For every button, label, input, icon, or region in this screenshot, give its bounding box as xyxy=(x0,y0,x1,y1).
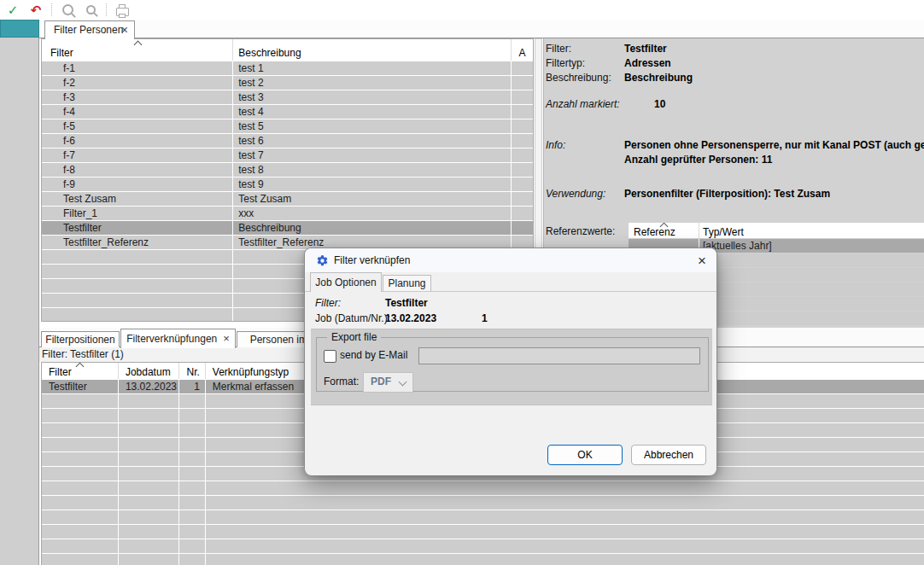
table-cell xyxy=(179,438,206,451)
print-button[interactable] xyxy=(114,3,130,18)
table-cell xyxy=(179,394,206,408)
teal-accent-block[interactable] xyxy=(0,20,39,38)
table-cell xyxy=(512,178,533,191)
table-cell xyxy=(119,438,179,451)
table-cell xyxy=(42,308,233,322)
close-icon[interactable]: × xyxy=(121,21,128,39)
table-cell xyxy=(179,525,206,539)
dialog-title: Filter verknüpfen xyxy=(334,248,410,272)
table-cell: f-3 xyxy=(42,90,233,104)
table-cell xyxy=(512,76,533,90)
table-cell xyxy=(206,496,924,510)
undo-icon: ↶ xyxy=(31,3,42,18)
close-icon[interactable]: × xyxy=(698,250,706,272)
table-cell: test 9 xyxy=(233,178,512,191)
table-row[interactable]: TestfilterBeschreibung xyxy=(42,221,533,235)
table-row[interactable]: Test ZusamTest Zusam xyxy=(42,192,533,206)
table-cell: [aktuelles Jahr] xyxy=(699,239,924,253)
column-header-a[interactable]: A xyxy=(512,39,533,61)
table-cell: Filter_1 xyxy=(42,207,233,220)
toolbar: ✓ ↶ xyxy=(0,0,924,20)
column-header-beschreibung[interactable]: Beschreibung xyxy=(233,39,512,61)
table-row[interactable]: f-7test 7 xyxy=(42,149,533,162)
detail-value: Personen ohne Personensperre, nur mit Ka… xyxy=(624,139,924,151)
filter-verknuepfen-dialog: Filter verknüpfen × Job Optionen Planung… xyxy=(304,248,717,475)
empty-row xyxy=(42,496,924,510)
table-cell xyxy=(699,297,924,311)
dialog-tab-job-optionen[interactable]: Job Optionen xyxy=(310,272,382,292)
confirm-button[interactable]: ✓ xyxy=(5,3,20,18)
tab-filter-personen[interactable]: Filter Personen × xyxy=(44,20,135,39)
table-cell xyxy=(179,452,206,466)
top-tab-strip xyxy=(39,20,924,38)
zoom-in-button[interactable] xyxy=(60,3,75,18)
table-cell xyxy=(512,90,533,104)
chevron-down-icon xyxy=(399,378,407,387)
dialog-filter-value: Testfilter xyxy=(385,297,428,309)
table-cell xyxy=(512,149,533,162)
table-cell xyxy=(42,409,119,422)
format-select[interactable]: PDF xyxy=(363,372,413,393)
tab-label: Filter Personen xyxy=(54,24,123,36)
table-cell: f-6 xyxy=(42,134,233,148)
column-header-nr[interactable]: Nr. xyxy=(179,363,206,379)
table-cell: test 7 xyxy=(233,149,512,162)
send-by-email-checkbox[interactable] xyxy=(324,350,336,363)
table-row[interactable]: f-5test 5 xyxy=(42,119,533,133)
close-icon[interactable]: × xyxy=(223,332,230,345)
table-cell: Testfilter xyxy=(42,380,119,393)
table-cell: Test Zusam xyxy=(233,192,512,206)
table-cell: test 5 xyxy=(233,119,512,133)
undo-button[interactable]: ↶ xyxy=(28,3,44,18)
dialog-titlebar[interactable]: Filter verknüpfen × xyxy=(305,248,716,272)
dialog-tab-planung[interactable]: Planung xyxy=(383,275,431,292)
table-cell xyxy=(206,554,924,565)
column-header-typ-wert[interactable]: Typ/Wert xyxy=(699,223,924,238)
dialog-job-label: Job (Datum/Nr.): xyxy=(315,312,390,324)
detail-value: Beschreibung xyxy=(624,72,693,84)
table-cell xyxy=(119,510,179,524)
empty-row xyxy=(42,481,924,495)
groupbox-title: Export file xyxy=(327,331,381,343)
ok-button[interactable]: OK xyxy=(547,445,623,465)
dialog-job-nr: 1 xyxy=(482,312,488,324)
dialog-job-date: 13.02.2023 xyxy=(385,312,436,324)
table-row[interactable]: f-6test 6 xyxy=(42,134,533,148)
format-label: Format: xyxy=(324,376,359,387)
table-row[interactable]: f-2test 2 xyxy=(42,76,533,90)
table-cell xyxy=(119,554,179,565)
filter-table-header: Filter Beschreibung A xyxy=(42,39,533,61)
table-cell xyxy=(42,265,233,278)
table-cell: test 1 xyxy=(233,61,512,75)
table-cell: f-1 xyxy=(42,61,233,75)
cancel-button[interactable]: Abbrechen xyxy=(631,445,706,465)
table-cell: test 2 xyxy=(233,76,512,90)
table-cell xyxy=(42,554,119,565)
table-row[interactable]: f-4test 4 xyxy=(42,105,533,119)
zoom-out-button[interactable] xyxy=(83,3,98,18)
export-file-groupbox: Export file send by E-Mail Format: PDF xyxy=(316,337,709,392)
table-cell xyxy=(119,467,179,481)
table-cell xyxy=(119,525,179,539)
table-row[interactable]: f-3test 3 xyxy=(42,90,533,104)
table-row[interactable]: f-8test 8 xyxy=(42,163,533,177)
empty-row xyxy=(42,510,924,524)
email-address-input[interactable] xyxy=(418,347,700,364)
table-cell xyxy=(179,409,206,422)
table-cell xyxy=(512,105,533,119)
table-cell xyxy=(119,452,179,466)
tab-filterverknuepfungen[interactable]: Filterverknüpfungen× xyxy=(120,329,236,348)
table-cell xyxy=(512,163,533,177)
table-row[interactable]: f-1test 1 xyxy=(42,61,533,75)
tab-label: Filterverknüpfungen xyxy=(126,333,217,345)
table-cell xyxy=(42,294,233,307)
table-row[interactable]: f-9test 9 xyxy=(42,178,533,191)
table-cell: f-7 xyxy=(42,149,233,162)
table-cell xyxy=(699,253,924,267)
table-cell: xxx xyxy=(233,207,512,220)
detail-value: Testfilter xyxy=(624,43,667,55)
tab-filterpositionen[interactable]: Filterpositionen xyxy=(41,331,120,347)
table-row[interactable]: Filter_1xxx xyxy=(42,207,533,220)
column-header-jobdatum[interactable]: Jobdatum xyxy=(119,363,179,379)
detail-value: Adressen xyxy=(624,57,671,69)
